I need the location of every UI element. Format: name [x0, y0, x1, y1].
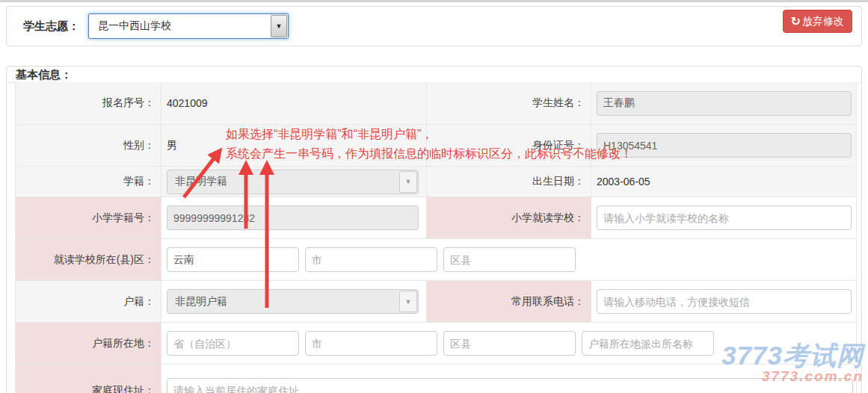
school-city-input[interactable] — [305, 247, 437, 272]
primary-school-label: 小学就读学校： — [427, 197, 591, 239]
student-name-input[interactable] — [597, 91, 852, 116]
primary-school-cell — [591, 197, 857, 239]
birth-date-label: 出生日期： — [427, 167, 591, 197]
school-location-cell — [161, 239, 857, 281]
refresh-icon: ↻ — [791, 16, 801, 28]
annotation-line-2: 系统会产生一串号码，作为填报信息的临时标标识区分，此标识号不能修改！ — [226, 144, 632, 164]
student-name-cell — [591, 82, 857, 125]
student-choice-panel: 学生志愿： 昆一中西山学校 ▼ ↻放弃修改 — [6, 6, 862, 46]
gender-value: 男 — [167, 139, 177, 152]
primary-school-no-input[interactable] — [167, 205, 419, 230]
hukou-cell: 非昆明户籍 ▼ — [161, 281, 427, 323]
reg-no-value: 4021009 — [167, 97, 208, 109]
phone-label: 常用联系电话： — [427, 281, 591, 323]
hukou-label: 户籍： — [16, 281, 161, 323]
school-location-label: 就读学校所在(县)区： — [16, 239, 161, 281]
hukou-province-input[interactable] — [167, 331, 299, 356]
annotation-line-1: 如果选择“非昆明学籍”和“非昆明户籍”， — [226, 125, 632, 144]
discard-changes-label: 放弃修改 — [802, 15, 844, 28]
hukou-location-label: 户籍所在地： — [16, 323, 161, 365]
student-status-select-value: 非昆明学籍 — [175, 175, 227, 188]
student-name-label: 学生姓名： — [427, 82, 591, 125]
chevron-down-icon[interactable]: ▼ — [271, 15, 287, 37]
chevron-down-icon[interactable]: ▼ — [399, 171, 417, 193]
id-number-input[interactable] — [597, 133, 852, 158]
birth-date-cell: 2003-06-05 — [591, 167, 857, 197]
primary-school-no-cell — [161, 197, 427, 239]
student-status-label: 学籍： — [16, 167, 161, 197]
student-status-cell: 非昆明学籍 ▼ — [161, 167, 427, 197]
birth-date-value: 2003-06-05 — [597, 176, 650, 188]
student-choice-label: 学生志愿： — [23, 19, 79, 34]
page-root: 学生志愿： 昆一中西山学校 ▼ ↻放弃修改 基本信息： 报名序号： 402100… — [0, 0, 868, 393]
school-district-input[interactable] — [443, 247, 576, 272]
student-choice-select-value: 昆一中西山学校 — [98, 19, 171, 33]
primary-school-input[interactable] — [597, 205, 852, 230]
hukou-city-input[interactable] — [305, 331, 437, 356]
hukou-police-station-input[interactable] — [582, 331, 714, 356]
primary-school-no-label: 小学学籍号： — [16, 197, 161, 239]
chevron-down-icon[interactable]: ▼ — [399, 291, 417, 312]
top-border — [0, 0, 868, 2]
hukou-select-value: 非昆明户籍 — [175, 295, 227, 309]
phone-input[interactable] — [597, 289, 852, 314]
home-address-label: 家庭现住址： — [16, 365, 161, 393]
student-status-select[interactable]: 非昆明学籍 ▼ — [167, 170, 419, 194]
hukou-select[interactable]: 非昆明户籍 ▼ — [167, 289, 419, 314]
reg-no-cell: 4021009 — [161, 82, 427, 125]
reg-no-label: 报名序号： — [16, 82, 161, 125]
annotation-note: 如果选择“非昆明学籍”和“非昆明户籍”， 系统会产生一串号码，作为填报信息的临时… — [226, 125, 632, 164]
gender-label: 性别： — [16, 125, 161, 167]
student-choice-select[interactable]: 昆一中西山学校 ▼ — [88, 13, 289, 39]
discard-changes-button[interactable]: ↻放弃修改 — [783, 10, 852, 33]
hukou-district-input[interactable] — [443, 331, 576, 356]
home-address-cell — [161, 365, 857, 393]
school-province-input[interactable] — [167, 247, 299, 272]
home-address-input[interactable] — [167, 378, 853, 393]
phone-cell — [591, 281, 857, 323]
section-title: 基本信息： — [7, 67, 861, 83]
hukou-location-cell — [161, 323, 857, 365]
